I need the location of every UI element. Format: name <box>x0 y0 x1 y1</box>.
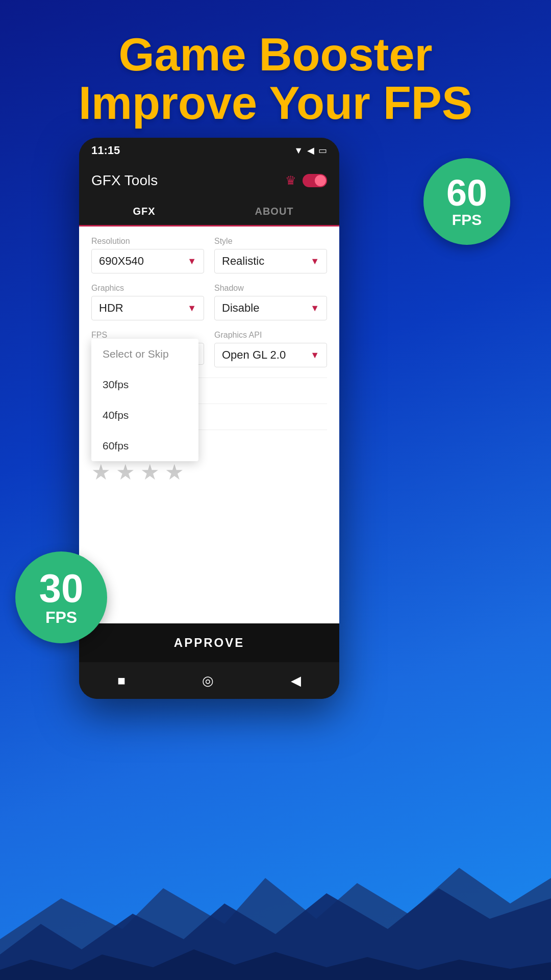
shadow-field: Shadow Disable ▼ <box>214 284 327 320</box>
resolution-field: Resolution 690X540 ▼ <box>91 237 204 273</box>
crown-icon[interactable]: ♛ <box>285 173 296 188</box>
status-time: 11:15 <box>91 144 120 157</box>
status-bar: 11:15 ▼ ◀ ▭ <box>79 138 339 163</box>
hero-title: Game Booster Improve Your FPS <box>10 31 541 127</box>
shadow-label: Shadow <box>214 284 327 293</box>
phone-mockup: 11:15 ▼ ◀ ▭ GFX Tools ♛ GFX ABOUT Resolu… <box>79 138 339 699</box>
fps-dropdown-menu: Select or Skip 30fps 40fps 60fps <box>91 339 198 461</box>
graphics-label: Graphics <box>91 284 204 293</box>
settings-row-1: Resolution 690X540 ▼ Style Realistic ▼ <box>91 237 327 273</box>
fps-60-badge: 60 FPS <box>423 158 510 245</box>
toolbar-icons: ♛ <box>285 173 327 188</box>
status-icons: ▼ ◀ ▭ <box>294 145 327 156</box>
fps-60-label: FPS <box>452 211 482 229</box>
app-toolbar: GFX Tools ♛ <box>79 163 339 198</box>
star-3[interactable]: ★ <box>140 460 160 485</box>
graphics-api-select[interactable]: Open GL 2.0 ▼ <box>214 343 327 367</box>
fps-option-60fps[interactable]: 60fps <box>91 431 198 461</box>
tab-bar: GFX ABOUT <box>79 198 339 227</box>
bottom-nav: ■ ◎ ◀ <box>79 662 339 699</box>
shadow-select[interactable]: Disable ▼ <box>214 296 327 320</box>
star-4[interactable]: ★ <box>165 460 184 485</box>
style-dropdown-arrow: ▼ <box>310 256 319 267</box>
fps-60-number: 60 <box>446 174 487 211</box>
fps-30-badge: 30 FPS <box>15 551 107 643</box>
toggle-button[interactable] <box>303 174 327 187</box>
fps-option-placeholder[interactable]: Select or Skip <box>91 339 198 369</box>
graphics-dropdown-arrow: ▼ <box>187 303 196 314</box>
style-select[interactable]: Realistic ▼ <box>214 249 327 273</box>
graphics-field: Graphics HDR ▼ <box>91 284 204 320</box>
graphics-api-field: Graphics API Open GL 2.0 ▼ <box>214 331 327 367</box>
app-content: Resolution 690X540 ▼ Style Realistic ▼ G… <box>79 227 339 623</box>
battery-icon: ▭ <box>318 145 327 156</box>
fps-option-30fps[interactable]: 30fps <box>91 369 198 400</box>
nav-stop-button[interactable]: ■ <box>117 673 126 689</box>
resolution-select[interactable]: 690X540 ▼ <box>91 249 204 273</box>
style-field: Style Realistic ▼ <box>214 237 327 273</box>
fps-option-40fps[interactable]: 40fps <box>91 400 198 431</box>
graphics-api-label: Graphics API <box>214 331 327 340</box>
style-label: Style <box>214 237 327 246</box>
star-1[interactable]: ★ <box>91 460 111 485</box>
shadow-dropdown-arrow: ▼ <box>310 303 319 314</box>
graphics-api-dropdown-arrow: ▼ <box>310 350 319 361</box>
app-title: GFX Tools <box>91 172 158 189</box>
wifi-icon: ▼ <box>294 145 303 156</box>
resolution-label: Resolution <box>91 237 204 246</box>
resolution-dropdown-arrow: ▼ <box>187 256 196 267</box>
fps-30-label: FPS <box>45 608 77 627</box>
signal-icon: ◀ <box>307 145 314 156</box>
settings-row-2: Graphics HDR ▼ Shadow Disable ▼ <box>91 284 327 320</box>
approve-button[interactable]: APPROVE <box>79 623 339 662</box>
graphics-select[interactable]: HDR ▼ <box>91 296 204 320</box>
star-2[interactable]: ★ <box>116 460 135 485</box>
nav-back-button[interactable]: ◀ <box>291 673 301 689</box>
mountain-background <box>0 837 551 980</box>
tab-gfx[interactable]: GFX <box>79 198 209 227</box>
fps-30-number: 30 <box>39 568 84 608</box>
nav-home-button[interactable]: ◎ <box>202 673 214 689</box>
hero-section: Game Booster Improve Your FPS <box>0 20 551 137</box>
stars-rating: ★ ★ ★ ★ <box>91 460 327 485</box>
tab-about[interactable]: ABOUT <box>209 198 339 225</box>
